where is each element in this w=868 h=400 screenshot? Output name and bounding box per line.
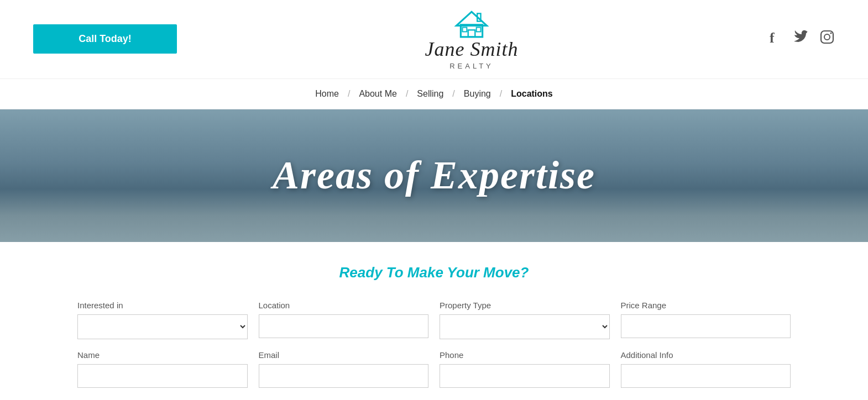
svg-rect-4 <box>477 28 481 32</box>
nav-item-about-me[interactable]: About Me <box>353 87 402 101</box>
svg-point-8 <box>824 34 830 40</box>
interested-in-label: Interested in <box>77 301 248 310</box>
form-section: Ready To Make Your Move? Interested in B… <box>0 242 868 400</box>
call-today-button[interactable]: Call Today! <box>33 24 177 54</box>
nav-item-buying[interactable]: Buying <box>458 87 496 101</box>
email-group: Email <box>259 350 429 388</box>
interested-in-select[interactable]: Buying Selling Renting <box>77 314 248 339</box>
navigation: Home / About Me / Selling / Buying / Loc… <box>0 78 868 109</box>
logo-icon <box>452 8 491 39</box>
location-group: Location <box>259 301 429 339</box>
social-icons: f <box>766 29 835 49</box>
price-range-input[interactable] <box>621 314 791 338</box>
phone-group: Phone <box>440 350 610 388</box>
hero-section: Areas of Expertise <box>0 109 868 242</box>
price-range-label: Price Range <box>621 301 791 310</box>
svg-rect-2 <box>468 30 475 37</box>
nav-separator-2: / <box>402 89 411 99</box>
property-type-group: Property Type Single Family Condo Townho… <box>440 301 610 339</box>
property-type-select[interactable]: Single Family Condo Townhouse Multi-Fami… <box>440 314 610 339</box>
location-input[interactable] <box>259 314 429 338</box>
facebook-icon[interactable]: f <box>766 29 782 49</box>
location-label: Location <box>259 301 429 310</box>
form-top-row: Interested in Buying Selling Renting Loc… <box>33 301 835 339</box>
instagram-icon[interactable] <box>819 29 835 49</box>
additional-info-label: Additional Info <box>621 350 791 360</box>
svg-point-9 <box>830 33 832 34</box>
header: Call Today! Jane Smith REALTY f <box>0 0 868 78</box>
logo-realty: REALTY <box>449 62 494 70</box>
nav-separator-1: / <box>344 89 353 99</box>
svg-text:f: f <box>770 30 775 45</box>
additional-info-input[interactable] <box>621 364 791 388</box>
nav-item-selling[interactable]: Selling <box>411 87 449 101</box>
additional-info-group: Additional Info <box>621 350 791 388</box>
name-group: Name <box>77 350 248 388</box>
svg-rect-1 <box>461 25 482 37</box>
svg-rect-3 <box>463 28 467 32</box>
twitter-icon[interactable] <box>793 29 808 49</box>
phone-input[interactable] <box>440 364 610 388</box>
nav-item-locations[interactable]: Locations <box>505 87 558 101</box>
name-label: Name <box>77 350 248 360</box>
logo: Jane Smith REALTY <box>425 8 519 70</box>
name-input[interactable] <box>77 364 248 388</box>
hero-title: Areas of Expertise <box>273 152 595 198</box>
nav-separator-3: / <box>449 89 458 99</box>
nav-item-home[interactable]: Home <box>310 87 344 101</box>
svg-marker-0 <box>457 12 487 25</box>
price-range-group: Price Range <box>621 301 791 339</box>
logo-name: Jane Smith <box>425 39 519 61</box>
form-bottom-row: Name Email Phone Additional Info <box>33 350 835 388</box>
email-input[interactable] <box>259 364 429 388</box>
form-subtitle: Ready To Make Your Move? <box>33 264 835 281</box>
property-type-label: Property Type <box>440 301 610 310</box>
email-label: Email <box>259 350 429 360</box>
nav-separator-4: / <box>496 89 505 99</box>
interested-in-group: Interested in Buying Selling Renting <box>77 301 248 339</box>
phone-label: Phone <box>440 350 610 360</box>
